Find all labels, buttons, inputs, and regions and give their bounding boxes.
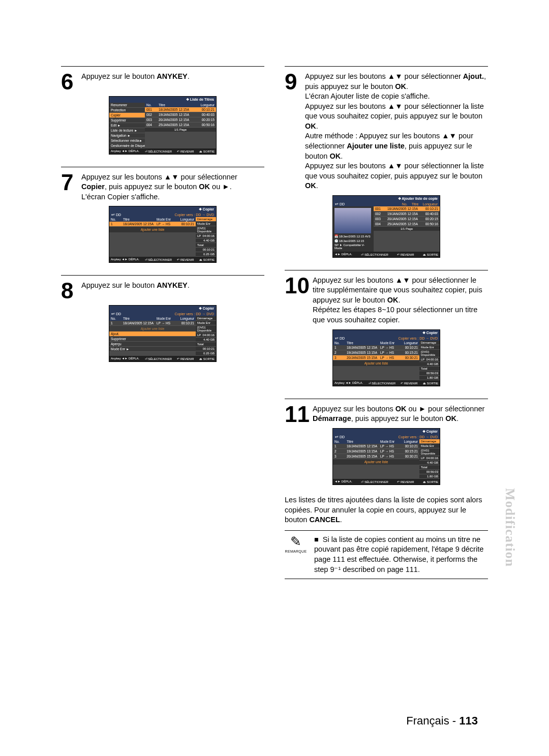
step-number: 9 <box>285 72 302 92</box>
right-column: 9 Appuyez sur les boutons ▲▼ pour sélect… <box>285 61 488 579</box>
step-text: Appuyez sur les boutons ▲▼ pour sélectio… <box>305 72 488 191</box>
column-headers: No. Titre Mode Enr Longueur <box>109 316 196 321</box>
osd-copier-multi: ❖ Copier ⮂ DDCopier vers : DD → DVD No. … <box>332 329 440 386</box>
pencil-icon: ✎ <box>285 535 307 548</box>
arrow-up-icon: ▲ <box>388 102 395 110</box>
osd-subheader: ⮂ DDNo.TitreLongueur <box>333 202 440 206</box>
add-list-row: Ajouter une liste <box>109 227 196 232</box>
manual-page: 6 Appuyez sur le bouton ANYKEY. ❖ Liste … <box>0 0 549 756</box>
arrow-up-icon: ▲ <box>164 173 171 181</box>
bullet-icon: ❖ <box>199 207 202 211</box>
osd-footer: Anykey ◄► DÉPLA. ⏎ SÉLECTIONNER ↶ REVENI… <box>109 148 216 154</box>
table-row: 118/JAN/2005 12:15ALP → HS00:10:21 <box>109 321 196 326</box>
menu-item: Liste de lecture ► <box>109 128 145 133</box>
osd-copier-demarrage: ❖ Copier ⮂ DDCopier vers : DD → DVD No. … <box>332 428 440 485</box>
table-row: 118/JAN/2005 12:15ALP → HS00:10:21 <box>109 222 196 227</box>
menu-item: Supprimer <box>109 118 145 123</box>
after-step-11-text: Les listes de titres ajoutées dans la li… <box>285 495 488 525</box>
osd-title: Ajouter liste de copie <box>402 197 438 200</box>
note-icon: ✎ REMARQUE <box>285 535 307 574</box>
step-text: Appuyez sur les boutons ▲▼ pour sélectio… <box>313 276 488 325</box>
footer-page: 113 <box>459 714 478 727</box>
step-number: 7 <box>61 172 78 193</box>
table-row: 00320/JAN/2005 12:15A00:20:15 <box>145 117 216 123</box>
osd-wrap: ❖ Copier ⮂ DDCopier vers : DD → DVD No. … <box>61 202 264 270</box>
arrow-up-icon: ▲ <box>395 276 403 284</box>
osd-subheader: ⮂ DDCopier vers : DD → DVD <box>109 213 216 217</box>
osd-side-panel: Démarrage Mode Enr [DVD] Disponible LP 0… <box>196 316 216 356</box>
step-6: 6 Appuyez sur le bouton ANYKEY. <box>61 66 264 92</box>
osd-title: Copier <box>203 307 214 310</box>
menu-item: Gestionnaire de Disque <box>109 143 145 148</box>
menu-item: Sélectionner média► <box>109 138 145 143</box>
menu-item: Edit ► <box>109 123 145 128</box>
osd-menu: Renommer Protection Copier Supprimer Edi… <box>109 103 145 148</box>
column-headers: No. Titre Mode Enr Longueur <box>333 439 419 444</box>
table-row: 00425/JAN/2005 12:15A00:50:16 <box>145 123 216 128</box>
step-11: 11 Appuyez sur les boutons OK ou ► pour … <box>285 399 488 425</box>
arrow-down-icon: ▼ <box>395 102 402 110</box>
table-row: 00320/JAN/2005 12:15A00:20:15 <box>374 217 440 222</box>
text-fragment: Appuyez sur le bouton <box>81 72 157 80</box>
osd-list: No. Titre Longueur 00118/JAN/2005 12:15A… <box>145 103 216 148</box>
osd-subheader: ⮂ DDCopier vers : DD → DVD <box>333 336 440 341</box>
osd-wrap: ❖ Liste de Titres Renommer Protection Co… <box>61 92 264 162</box>
osd-footer: Anykey ◄► DÉPLA. ⏎ SÉLECTIONNER ↶ REVENI… <box>333 380 440 386</box>
demarrage-btn: Démarrage <box>196 217 216 222</box>
page-indicator: 1/1 Page <box>374 227 440 231</box>
table-row: 00118/JAN/2005 12:15A00:10:21 <box>145 107 216 112</box>
osd-list: No. Titre Mode Enr Longueur 118/JAN/2005… <box>333 341 419 380</box>
note-block: ✎ REMARQUE ■ Si la liste de copies conti… <box>285 530 488 579</box>
column-headers: No. Titre Longueur <box>145 103 216 107</box>
footer-lang: Français - <box>406 714 456 727</box>
note-label: REMARQUE <box>285 549 307 554</box>
step-number: 6 <box>61 72 78 92</box>
osd-wrap: ❖ Ajouter liste de copie ⮂ DDNo.TitreLon… <box>285 191 488 265</box>
osd-side-panel: Démarrage Mode Enr [DVD] Disponible LP 0… <box>419 341 440 380</box>
osd-wrap: ❖ Copier ⮂ DDCopier vers : DD → DVD No. … <box>61 301 264 369</box>
text-fragment: . <box>188 72 190 80</box>
step-text: Appuyez sur les boutons ▲▼ pour sélectio… <box>81 172 264 202</box>
page-indicator: 1/1 Page <box>145 128 216 132</box>
thumbnail <box>334 208 371 233</box>
chevron-right-icon: ► <box>117 124 120 127</box>
square-bullet-icon: ■ <box>314 535 319 543</box>
table-row: 320/JAN/2005 15:15ALP → HS00:30:21 <box>333 454 419 459</box>
note-text: ■ Si la liste de copies contient au moin… <box>314 535 488 574</box>
add-list-row: Ajouter une liste <box>333 360 419 366</box>
osd-copier: ❖ Copier ⮂ DDCopier vers : DD → DVD No. … <box>109 206 217 263</box>
column-headers: No. Titre Mode Enr Longueur <box>333 341 419 345</box>
osd-title: Copier <box>203 207 214 211</box>
section-tab: Modification <box>502 488 517 567</box>
arrow-up-icon: ▲ <box>388 72 395 80</box>
arrow-up-icon: ▲ <box>388 162 395 170</box>
osd-title: Copier <box>426 331 438 335</box>
osd-footer: Anykey ◄► DÉPLA. ⏎ SÉLECTIONNER ↶ REVENI… <box>109 356 216 361</box>
chevron-right-icon: ► <box>128 134 131 137</box>
chevron-right-icon: ► <box>134 129 137 132</box>
menu-ajout: Ajout. <box>109 331 196 337</box>
arrow-down-icon: ▼ <box>395 162 402 170</box>
osd-side-panel: Démarrage Mode Enr [DVD] Disponible LP 0… <box>196 217 216 257</box>
osd-subheader: ⮂ DDCopier vers : DD → DVD <box>333 435 440 439</box>
menu-item: Supprimer <box>109 337 196 342</box>
osd-ajouter-liste: ❖ Ajouter liste de copie ⮂ DDNo.TitreLon… <box>332 195 440 258</box>
text-bold: ANYKEY <box>157 72 187 80</box>
popup-menu: Ajout. Supprimer Aperçu Mode Enr ► <box>109 331 196 352</box>
chevron-right-icon: ► <box>139 139 142 142</box>
menu-item: Mode Enr ► <box>109 347 196 352</box>
table-row: 219/JAN/2005 13:15ALP → HS00:15:21 <box>333 350 419 355</box>
osd-title: Liste de Titres <box>190 98 214 101</box>
osd-side-panel: Démarrage Mode Enr [DVD] Disponible LP 0… <box>419 439 440 479</box>
add-list-row: Ajouter une liste <box>109 326 196 331</box>
chevron-right-icon: ► <box>126 347 129 351</box>
step-number: 8 <box>61 281 78 301</box>
osd-footer: Anykey ◄► DÉPLA. ⏎ SÉLECTIONNER ↶ REVENI… <box>109 257 216 262</box>
thumbnail-panel: 📅 18/Jan/2005 12:15 AV3 🕐 18/Jan/2005 12… <box>333 206 374 252</box>
left-column: 6 Appuyez sur le bouton ANYKEY. ❖ Liste … <box>61 61 264 579</box>
mode-enr: Mode Enr <box>196 222 216 226</box>
bullet-icon: ❖ <box>422 430 425 433</box>
bullet-icon: ❖ <box>422 331 425 335</box>
bullet-icon: ❖ <box>398 197 401 200</box>
step-text: Appuyez sur les boutons OK ou ► pour sél… <box>313 404 488 424</box>
